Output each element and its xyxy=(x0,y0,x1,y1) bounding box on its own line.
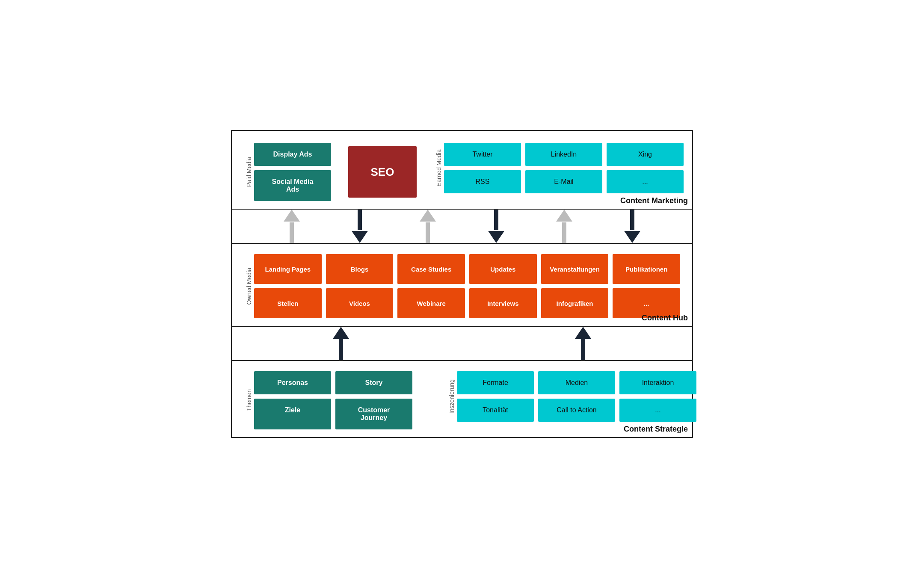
arrow-down-1 xyxy=(352,210,368,243)
rss-box: RSS xyxy=(444,170,521,193)
story-box: Story xyxy=(335,371,412,394)
arrowhead-up-3 xyxy=(556,210,572,222)
customer-journey-box: Customer Journey xyxy=(335,399,412,429)
formate-box: Formate xyxy=(457,371,534,394)
arrow-shaft-1 xyxy=(290,222,294,243)
arrow-up-bottom-2 xyxy=(575,327,591,360)
updates-box: Updates xyxy=(469,254,537,284)
arrow-shaft-3 xyxy=(426,222,430,243)
arrows-row-2 xyxy=(232,327,692,361)
arrow-down-3 xyxy=(624,210,640,243)
inszenierung-grid: Formate Medien Interaktion Tonalität Cal… xyxy=(457,371,696,422)
arrowhead-down-2 xyxy=(488,231,504,243)
arrow-shaft-5 xyxy=(562,222,566,243)
inszenierung-label: Inszenierung xyxy=(447,379,457,414)
content-marketing-label: Content Marketing xyxy=(620,196,688,205)
arrowhead-up-bottom-2 xyxy=(575,327,591,339)
content-strategie-label: Content Strategie xyxy=(624,425,688,434)
earned-media-grid: Twitter LinkedIn Xing RSS E-Mail ... xyxy=(444,143,684,193)
xing-box: Xing xyxy=(607,143,684,166)
inszenierung-group: Inszenierung Formate Medien Interaktion … xyxy=(447,371,696,422)
arrow-up-1 xyxy=(284,210,300,243)
display-ads-box: Display Ads xyxy=(254,143,331,166)
earned-media-label: Earned Media xyxy=(434,149,444,186)
case-studies-box: Case Studies xyxy=(397,254,465,284)
twitter-box: Twitter xyxy=(444,143,521,166)
veranstaltungen-box: Veranstaltungen xyxy=(541,254,609,284)
section-content-strategie: Themen Personas Story Ziele Customer Jou… xyxy=(232,361,692,437)
interaktion-box: Interaktion xyxy=(619,371,696,394)
earned-media-group: Earned Media Twitter LinkedIn Xing RSS E… xyxy=(434,143,684,193)
infografiken-box: Infografiken xyxy=(541,288,609,318)
stellen-box: Stellen xyxy=(254,288,322,318)
content-hub-grid: Landing Pages Blogs Case Studies Updates… xyxy=(254,254,680,318)
interviews-box: Interviews xyxy=(469,288,537,318)
arrow-shaft-2 xyxy=(358,210,362,230)
arrow-shaft-6 xyxy=(630,210,634,230)
arrow-shaft-bottom-1 xyxy=(339,339,343,360)
publikationen-box: Publikationen xyxy=(613,254,680,284)
arrow-shaft-bottom-2 xyxy=(581,339,585,360)
paid-media-label: Paid Media xyxy=(244,157,254,187)
paid-media-boxes: Display Ads Social Media Ads xyxy=(254,143,331,201)
themen-label: Themen xyxy=(244,389,254,411)
arrowhead-up-2 xyxy=(420,210,436,222)
videos-box: Videos xyxy=(326,288,394,318)
arrows-row-1 xyxy=(232,210,692,244)
seo-box: SEO xyxy=(348,146,417,198)
medien-box: Medien xyxy=(538,371,615,394)
inszenierung-etc-box: ... xyxy=(619,399,696,422)
landing-pages-box: Landing Pages xyxy=(254,254,322,284)
arrowhead-down-3 xyxy=(624,231,640,243)
arrow-shaft-4 xyxy=(494,210,498,230)
arrowhead-up-1 xyxy=(284,210,300,222)
section-content-marketing: Paid Media Display Ads Social Media Ads … xyxy=(232,131,692,210)
social-media-ads-box: Social Media Ads xyxy=(254,170,331,201)
webinare-box: Webinare xyxy=(397,288,465,318)
earned-etc-box: ... xyxy=(607,170,684,193)
arrowhead-up-bottom-1 xyxy=(333,327,349,339)
arrow-up-3 xyxy=(556,210,572,243)
section-content-hub: Owned Media Landing Pages Blogs Case Stu… xyxy=(232,244,692,327)
tonalitaet-box: Tonalität xyxy=(457,399,534,422)
arrow-down-2 xyxy=(488,210,504,243)
paid-media-group: Paid Media Display Ads Social Media Ads xyxy=(244,143,331,201)
owned-media-label: Owned Media xyxy=(244,268,254,305)
personas-box: Personas xyxy=(254,371,331,394)
arrow-up-bottom-1 xyxy=(333,327,349,360)
themen-grid: Personas Story Ziele Customer Journey xyxy=(254,371,412,429)
themen-group: Themen Personas Story Ziele Customer Jou… xyxy=(244,371,412,429)
ziele-box: Ziele xyxy=(254,399,331,429)
email-box: E-Mail xyxy=(525,170,602,193)
blogs-box: Blogs xyxy=(326,254,394,284)
arrowhead-down-1 xyxy=(352,231,368,243)
call-to-action-box: Call to Action xyxy=(538,399,615,422)
linkedin-box: LinkedIn xyxy=(525,143,602,166)
content-hub-label: Content Hub xyxy=(642,314,688,322)
content-diagram: Paid Media Display Ads Social Media Ads … xyxy=(231,130,693,438)
arrow-up-2 xyxy=(420,210,436,243)
